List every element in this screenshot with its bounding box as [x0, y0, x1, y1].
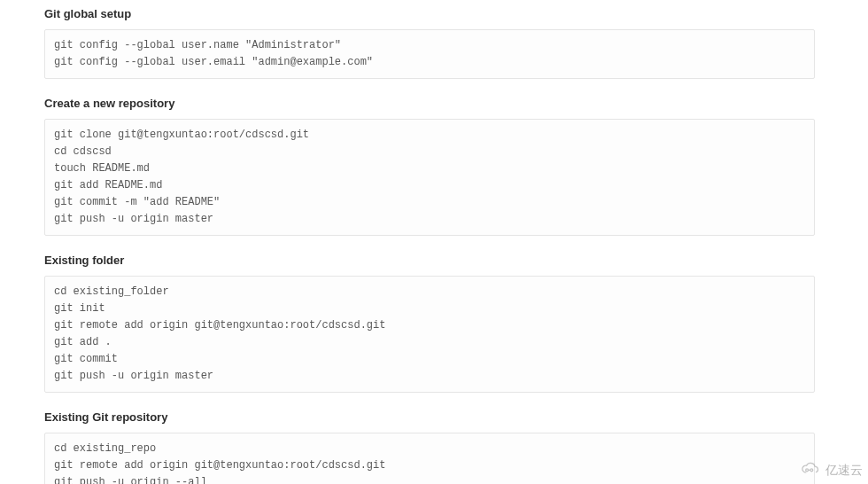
instructions-page: Git global setup git config --global use… [0, 0, 815, 484]
watermark: 亿速云 [799, 462, 863, 479]
code-block-existing-folder[interactable]: cd existing_folder git init git remote a… [44, 276, 815, 393]
code-block-existing-git-repository[interactable]: cd existing_repo git remote add origin g… [44, 433, 815, 484]
code-block-create-new-repository[interactable]: git clone git@tengxuntao:root/cdscsd.git… [44, 119, 815, 236]
watermark-text: 亿速云 [825, 463, 863, 479]
section-title-git-global-setup: Git global setup [44, 7, 815, 20]
cloud-icon [799, 462, 822, 479]
svg-point-1 [810, 469, 813, 472]
section-title-existing-folder: Existing folder [44, 254, 815, 267]
code-block-git-global-setup[interactable]: git config --global user.name "Administr… [44, 29, 815, 79]
section-title-existing-git-repository: Existing Git repository [44, 410, 815, 424]
section-title-create-new-repository: Create a new repository [44, 97, 815, 110]
svg-point-0 [806, 469, 809, 472]
